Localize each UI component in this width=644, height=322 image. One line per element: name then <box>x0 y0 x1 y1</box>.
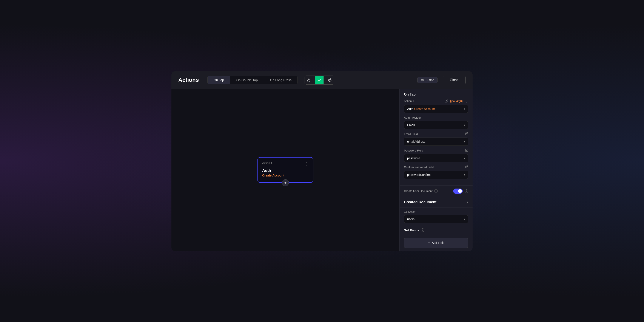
auth-provider-dropdown[interactable]: Email ▾ <box>404 121 468 129</box>
confirm-password-value: passwordConfirm <box>407 173 430 176</box>
action-type-arrow-icon: ▾ <box>464 107 465 110</box>
tab-on-long-press[interactable]: On Long Press <box>264 76 298 84</box>
add-field-plus-icon: + <box>428 241 430 245</box>
password-field-dropdown[interactable]: password ▾ <box>404 154 468 162</box>
confirm-password-edit-icon[interactable] <box>465 165 468 169</box>
set-fields-row: Set Fields i <box>400 226 472 235</box>
collection-label-row: Collection <box>404 210 468 213</box>
collection-value: users <box>407 217 414 221</box>
check-icon[interactable] <box>315 76 324 84</box>
edit-icon[interactable] <box>445 99 448 103</box>
collection-section: Collection users ▾ <box>400 207 472 226</box>
action-card-menu-icon[interactable]: ⋮ <box>305 161 309 166</box>
modal-body: Action 1 ⋮ Auth Create Account + On Tap … <box>172 89 472 251</box>
password-field-label-row: Password Field <box>404 149 468 152</box>
collection-label: Collection <box>404 210 416 213</box>
collection-arrow-icon: ▾ <box>464 218 465 221</box>
tab-on-tap[interactable]: On Tap <box>208 76 230 84</box>
confirm-password-dropdown[interactable]: passwordConfirm ▾ <box>404 171 468 179</box>
button-badge: Button <box>417 77 438 83</box>
email-field-dropdown[interactable]: emailAddress ▾ <box>404 138 468 146</box>
gesture-icon[interactable] <box>305 76 314 84</box>
create-user-document-toggle[interactable] <box>453 189 463 194</box>
email-field-value: emailAddress <box>407 140 426 143</box>
set-fields-info-icon[interactable]: i <box>421 228 424 232</box>
collection-dropdown[interactable]: users ▾ <box>404 215 468 223</box>
action-type-value: Auth Create Account <box>407 107 435 111</box>
toggle-info-icon[interactable]: i <box>465 189 468 193</box>
action-card[interactable]: Action 1 ⋮ Auth Create Account + <box>258 157 314 183</box>
button-badge-label: Button <box>426 78 434 82</box>
canvas-area: Action 1 ⋮ Auth Create Account + <box>172 89 400 251</box>
bug-icon[interactable] <box>326 76 334 84</box>
action-type-dropdown[interactable]: Auth Create Account ▾ <box>404 105 468 113</box>
action-card-label: Action 1 <box>262 161 272 165</box>
add-action-button[interactable]: + <box>282 179 289 186</box>
create-user-document-row: Create User Document i i <box>400 186 472 197</box>
create-user-document-label-group: Create User Document i <box>404 189 438 193</box>
action-card-subtitle: Create Account <box>262 174 309 177</box>
action-card-title: Auth <box>262 168 309 173</box>
password-field-value: password <box>407 156 420 160</box>
create-user-document-info-icon[interactable]: i <box>434 189 438 193</box>
email-field-label: Email Field <box>404 132 418 136</box>
right-panel: On Tap Action 1 {jhau4tg8} ⋮ Auth Create… <box>400 89 472 251</box>
created-document-arrow-icon: ▾ <box>467 201 468 204</box>
tab-on-double-tap[interactable]: On Double Tap <box>230 76 264 84</box>
panel-action-menu-icon[interactable]: ⋮ <box>465 99 468 103</box>
add-field-button[interactable]: + Add Field <box>404 238 468 248</box>
panel-section-title: On Tap <box>404 93 468 96</box>
panel-action-label: Action 1 <box>404 99 414 103</box>
header-icon-group <box>304 76 334 85</box>
modal-title: Actions <box>178 77 199 83</box>
create-user-document-label: Create User Document <box>404 189 432 193</box>
action-card-header: Action 1 ⋮ <box>262 161 309 166</box>
email-field-arrow-icon: ▾ <box>464 140 465 143</box>
password-field-label: Password Field <box>404 149 423 152</box>
created-document-title: Created Document <box>404 200 436 204</box>
password-field-edit-icon[interactable] <box>465 149 468 152</box>
actions-modal: Actions On Tap On Double Tap On Long Pre… <box>172 71 472 251</box>
email-field-edit-icon[interactable] <box>465 132 468 136</box>
panel-action-row: Action 1 {jhau4tg8} ⋮ <box>404 99 468 103</box>
tab-group: On Tap On Double Tap On Long Press <box>207 76 298 84</box>
close-button[interactable]: Close <box>443 76 466 84</box>
confirm-password-label-row: Confirm Password Field <box>404 165 468 169</box>
set-fields-label: Set Fields <box>404 228 419 232</box>
add-field-label: Add Field <box>432 241 444 244</box>
password-field-arrow-icon: ▾ <box>464 157 465 160</box>
email-field-label-row: Email Field <box>404 132 468 136</box>
panel-user-tag[interactable]: {jhau4tg8} <box>450 99 463 103</box>
auth-provider-value: Email <box>407 123 415 127</box>
modal-header: Actions On Tap On Double Tap On Long Pre… <box>172 71 472 89</box>
confirm-password-label: Confirm Password Field <box>404 166 434 169</box>
auth-provider-label-row: Auth Provider <box>404 116 468 119</box>
auth-provider-label: Auth Provider <box>404 116 421 119</box>
confirm-password-arrow-icon: ▾ <box>464 173 465 176</box>
auth-provider-arrow-icon: ▾ <box>464 124 465 127</box>
created-document-section[interactable]: Created Document ▾ <box>400 197 472 207</box>
toggle-right: i <box>453 189 468 194</box>
panel-on-tap-section: On Tap Action 1 {jhau4tg8} ⋮ Auth Create… <box>400 89 472 186</box>
